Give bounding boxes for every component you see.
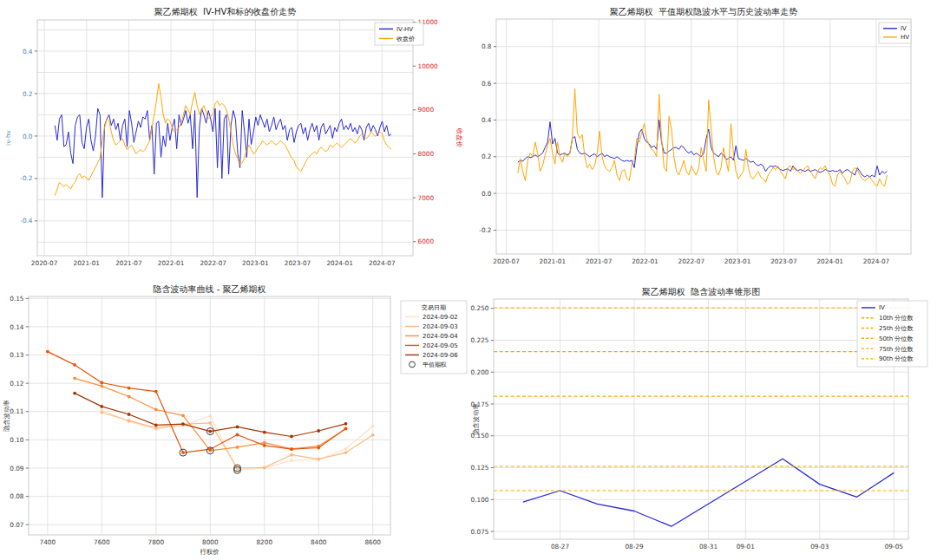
chart-panel-iv-hv-close: 2020-072021-012021-072022-012022-072023-… xyxy=(0,0,468,281)
y-tick-label: 0.4 xyxy=(23,48,33,55)
y-tick-label: 0.09 xyxy=(10,465,24,472)
x-tick-label: 2024-01 xyxy=(816,257,843,265)
legend-label: HV xyxy=(901,34,909,41)
series-marker xyxy=(154,427,158,430)
y-tick-label: 0.14 xyxy=(10,323,24,331)
series-marker xyxy=(181,451,185,454)
y2-axis-label: 收盘价 xyxy=(455,128,463,148)
y-tick-label: -0.2 xyxy=(20,174,32,182)
y-tick-label: 0.2 xyxy=(23,90,33,98)
x-tick-label: 2022-07 xyxy=(678,257,705,265)
legend-label: 2024-09-06 xyxy=(423,352,458,359)
y-tick-label: 0.11 xyxy=(10,407,23,415)
x-tick-label: 2021-01 xyxy=(540,257,567,265)
x-tick-label: 2024-07 xyxy=(369,259,396,267)
y-tick-label: 0.0 xyxy=(23,133,33,140)
series-marker xyxy=(344,451,348,454)
y-tick-label: 0.6 xyxy=(482,80,492,88)
legend-label: IV xyxy=(901,25,907,32)
y-tick-label: 0.07 xyxy=(10,521,24,529)
series-marker xyxy=(100,405,103,408)
legend-title: 交易日期 xyxy=(421,304,446,311)
series-marker xyxy=(290,459,293,462)
legend-label: 25th 分位数 xyxy=(879,325,914,332)
x-tick-label: 09-05 xyxy=(885,543,903,550)
x-tick-label: 7400 xyxy=(40,538,56,546)
series-marker xyxy=(290,435,293,439)
y-tick-label: 7000 xyxy=(418,194,435,202)
x-tick-label: 2023-01 xyxy=(242,259,269,267)
series-marker xyxy=(100,385,103,388)
x-tick-label: 2023-07 xyxy=(285,259,311,267)
y-axis-label: 隐含波动率 xyxy=(3,400,10,431)
series-marker xyxy=(181,413,185,417)
series-marker xyxy=(73,363,76,367)
series-marker xyxy=(154,424,158,427)
x-tick-label: 2022-01 xyxy=(632,257,659,265)
legend-label: 50th 分位数 xyxy=(879,335,914,342)
series-marker xyxy=(208,414,212,418)
series-marker xyxy=(344,427,348,430)
series-marker xyxy=(128,395,131,399)
x-tick-label: 7800 xyxy=(148,538,165,546)
x-tick-label: 8400 xyxy=(311,538,327,546)
series-marker xyxy=(208,421,212,425)
chart-canvas-iv-hv-close: 2020-072021-012021-072022-012022-072023-… xyxy=(0,0,468,277)
series-marker xyxy=(208,430,212,433)
series-marker xyxy=(128,387,131,390)
y-tick-label: 0.13 xyxy=(10,351,24,359)
chart-canvas-iv-cone: 08-2708-2908-3109-0109-0309-050.2500.225… xyxy=(468,277,937,560)
y-tick-label: 0.075 xyxy=(471,528,489,536)
chart-title-iv-cone: 聚乙烯期权 隐含波动率锥形图 xyxy=(494,286,908,298)
chart-panel-iv-smile: 74007600780080008200840086000.150.140.13… xyxy=(0,277,468,560)
x-tick-label: 8600 xyxy=(364,538,381,546)
legend-label: IV-HV xyxy=(396,26,413,33)
series-marker xyxy=(344,422,348,426)
series-marker xyxy=(371,433,375,437)
y-tick-label: 0.15 xyxy=(10,295,23,303)
y-tick-label: 0.125 xyxy=(471,464,489,472)
chart-title-iv-smile: 隐含波动率曲线 - 聚乙烯期权 xyxy=(29,283,390,296)
x-tick-label: 7600 xyxy=(94,538,110,546)
series-marker xyxy=(100,381,103,385)
x-tick-label: 2020-07 xyxy=(31,259,58,267)
series-marker xyxy=(181,422,185,426)
x-tick-label: 2023-07 xyxy=(770,257,797,265)
legend-label: 10th 分位数 xyxy=(879,315,914,322)
legend-label: 90th 分位数 xyxy=(879,355,914,362)
x-tick-label: 2024-07 xyxy=(863,257,890,265)
series-marker xyxy=(290,453,293,457)
y-tick-label: -0.4 xyxy=(20,217,33,225)
x-tick-label: 2022-01 xyxy=(158,259,185,267)
y-tick-label: 6000 xyxy=(418,238,435,245)
series-marker xyxy=(154,408,158,412)
series-marker xyxy=(263,431,266,434)
x-tick-label: 2020-07 xyxy=(493,257,520,265)
series-marker xyxy=(128,419,131,422)
y-tick-label: 10000 xyxy=(418,62,439,70)
series-marker xyxy=(73,392,76,395)
x-tick-label: 2021-01 xyxy=(74,259,101,267)
series-marker xyxy=(263,444,266,447)
x-tick-label: 2024-01 xyxy=(326,259,353,267)
legend-label: 收盘价 xyxy=(396,36,415,42)
y-tick-label: 9000 xyxy=(418,106,435,114)
plot-background xyxy=(494,299,908,539)
series-marker xyxy=(100,411,103,414)
series-marker xyxy=(236,426,239,429)
figure: 聚乙烯期权 IV-HV和标的收盘价走势 聚乙烯期权 平值期权隐波水平与历史波动率… xyxy=(0,0,937,560)
x-tick-label: 2022-07 xyxy=(200,259,226,267)
legend-label: 平值期权 xyxy=(423,361,447,368)
x-tick-label: 08-31 xyxy=(699,543,717,550)
series-marker xyxy=(290,447,293,451)
chart-title-iv-hv-close: 聚乙烯期权 IV-HV和标的收盘价走势 xyxy=(37,6,413,18)
y-axis-label: 隐含波动率 xyxy=(472,403,480,434)
legend-label: 75th 分位数 xyxy=(879,346,914,353)
series-marker xyxy=(208,447,212,451)
legend-label: 2024-09-05 xyxy=(423,342,458,349)
x-tick-label: 2021-07 xyxy=(586,257,613,265)
series-marker xyxy=(46,350,49,354)
x-tick-label: 2021-07 xyxy=(115,259,142,267)
plot-background xyxy=(496,19,911,254)
x-tick-label: 8000 xyxy=(202,538,219,546)
